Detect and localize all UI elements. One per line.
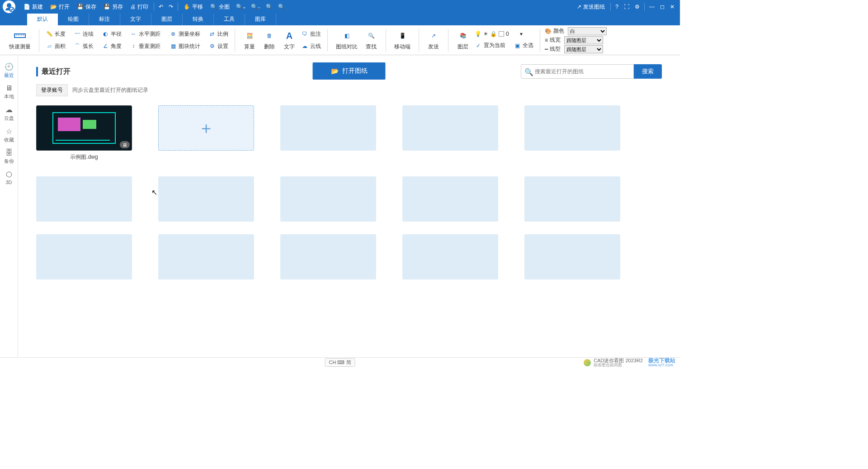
open-drawing-button[interactable]: 📂 打开图纸 <box>313 62 386 80</box>
tab-draw[interactable]: 绘图 <box>58 13 89 25</box>
label: 本地 <box>4 93 14 100</box>
fullscreen-button[interactable]: ⛶ <box>621 0 632 14</box>
add-file-card[interactable]: ＋ <box>158 105 254 164</box>
settings-button[interactable]: ⚙ <box>632 0 642 14</box>
search-button[interactable]: 搜索 <box>634 64 662 79</box>
maximize-button[interactable]: ◻ <box>657 0 667 14</box>
label: 删除 <box>264 43 275 51</box>
lock-icon: 🔒 <box>490 31 497 37</box>
angle-button[interactable]: ∠角度 <box>100 42 123 51</box>
ime-indicator[interactable]: CH ⌨ 简 <box>325 358 355 367</box>
file-name: 示例图.dwg <box>36 151 132 164</box>
send-drawing-button[interactable]: ↗发送图纸 <box>573 0 609 14</box>
tab-tool[interactable]: 工具 <box>214 13 245 25</box>
empty-slot <box>524 105 620 164</box>
tab-library[interactable]: 图库 <box>245 13 276 25</box>
file-thumbnail: 🖥 <box>36 105 132 151</box>
pan-button[interactable]: ✋平移 <box>180 0 207 14</box>
empty-slot <box>280 176 376 222</box>
label: 比例 <box>217 30 228 38</box>
coord-button[interactable]: ⊕测量坐标 <box>168 29 202 39</box>
delete-button[interactable]: 🗑删除 <box>259 28 279 52</box>
sidebar-item-backup[interactable]: 🗄备份 <box>0 146 18 167</box>
zoom-window-button[interactable]: 🔍 <box>263 0 275 14</box>
tab-text[interactable]: 文字 <box>120 13 151 25</box>
arc-button[interactable]: ⌒弧长 <box>72 42 95 51</box>
calc-icon: 🧮 <box>243 29 256 42</box>
linetype-select[interactable]: 跟随图层 <box>564 45 603 53</box>
find-button[interactable]: 🔍查找 <box>361 28 381 52</box>
zoom-in-button[interactable]: 🔍₊ <box>233 0 248 14</box>
length-button[interactable]: 📏长度 <box>44 29 67 39</box>
cloud-icon: ☁ <box>301 43 308 50</box>
separator <box>178 3 178 11</box>
sidebar-item-3d[interactable]: ⬡3D <box>0 167 18 188</box>
block-stat-button[interactable]: ▦图块统计 <box>168 42 202 51</box>
separator <box>327 29 328 52</box>
area-button[interactable]: ▱面积 <box>44 42 67 51</box>
sidebar-item-cloud[interactable]: ☁云盘 <box>0 103 18 124</box>
set-current-button[interactable]: ✓置为当前 <box>473 41 507 50</box>
check-icon: ✓ <box>475 42 482 49</box>
layer-state1[interactable]: 💡☀🔒0▾ <box>473 30 524 38</box>
label: 云线 <box>310 43 321 50</box>
ratio-button[interactable]: ⇄比例 <box>207 29 230 39</box>
tab-annotate[interactable]: 标注 <box>89 13 120 25</box>
brand-logo-icon <box>584 359 591 366</box>
empty-slot <box>280 105 376 164</box>
empty-slot <box>280 234 376 280</box>
minimize-button[interactable]: — <box>646 0 657 14</box>
continuous-icon: 〰 <box>74 30 81 38</box>
file-card[interactable]: 🖥 示例图.dwg <box>36 105 132 164</box>
sidebar-item-local[interactable]: 🖥本地 <box>0 81 18 103</box>
continuous-button[interactable]: 〰连续 <box>72 29 95 39</box>
hdist-button[interactable]: ↔水平测距 <box>128 29 162 39</box>
select-all-button[interactable]: ▣全选 <box>512 41 535 50</box>
sync-hint: 同步云盘里最近打开的图纸记录 <box>72 86 148 94</box>
vdist-button[interactable]: ↕垂直测距 <box>128 42 162 51</box>
zoom-extent-button[interactable]: 🔍 <box>275 0 288 14</box>
text-button[interactable]: A文字 <box>279 28 299 52</box>
label: 保存 <box>85 3 96 11</box>
color-select[interactable]: 白 <box>568 27 607 35</box>
help-button[interactable]: ? <box>613 0 621 14</box>
new-button[interactable]: 📄新建 <box>20 0 47 14</box>
layer-button[interactable]: 📚图层 <box>453 28 473 52</box>
full-view-button[interactable]: 🔍全图 <box>207 0 233 14</box>
label: 云盘 <box>4 115 14 122</box>
compare-button[interactable]: ◧图纸对比 <box>332 28 361 52</box>
calc-button[interactable]: 🧮算量 <box>240 28 259 52</box>
zoom-out-button[interactable]: 🔍₋ <box>248 0 263 14</box>
compare-icon: ◧ <box>340 29 353 42</box>
sidebar-item-recent[interactable]: 🕘最近 <box>0 60 18 81</box>
quick-measure-button[interactable]: 快速测量 <box>5 28 34 52</box>
radius-button[interactable]: ◐半径 <box>100 29 123 39</box>
send-icon: ↗ <box>427 29 440 42</box>
mobile-button[interactable]: 📱移动端 <box>391 28 414 52</box>
linewidth-select[interactable]: 跟随图层 <box>564 36 603 44</box>
label: 备份 <box>4 158 14 165</box>
sidebar-item-fav[interactable]: ☆收藏 <box>0 124 18 146</box>
undo-button[interactable]: ↶ <box>156 0 166 14</box>
send-button[interactable]: ↗发送 <box>424 28 443 52</box>
close-button[interactable]: ✕ <box>667 0 677 14</box>
tab-default[interactable]: 默认 <box>27 13 58 25</box>
cloud-icon: ☁ <box>5 105 13 114</box>
label: 打开 <box>59 3 70 11</box>
empty-slot <box>524 234 620 280</box>
settings-button[interactable]: ⚙设置 <box>207 42 230 51</box>
saveas-button[interactable]: 💾另存 <box>100 0 127 14</box>
login-button[interactable]: 登录账号 <box>36 84 68 96</box>
search-input[interactable] <box>521 64 634 79</box>
tab-convert[interactable]: 转换 <box>183 13 214 25</box>
batch-button[interactable]: 🗨批注 <box>299 29 323 39</box>
save-button[interactable]: 💾保存 <box>73 0 100 14</box>
cloudline-button[interactable]: ☁云线 <box>299 42 323 51</box>
tab-layer[interactable]: 图层 <box>151 13 183 25</box>
redo-button[interactable]: ↷ <box>166 0 176 14</box>
print-button[interactable]: 🖨打印 <box>127 0 152 14</box>
open-button[interactable]: 📂打开 <box>47 0 73 14</box>
tagline: 能看图也能画图 <box>594 363 643 367</box>
monitor-icon: 🖥 <box>5 84 13 92</box>
statusbar: CH ⌨ 简 CAD迷你看图 2023R2 能看图也能画图 极光下载站 www.… <box>0 357 680 367</box>
